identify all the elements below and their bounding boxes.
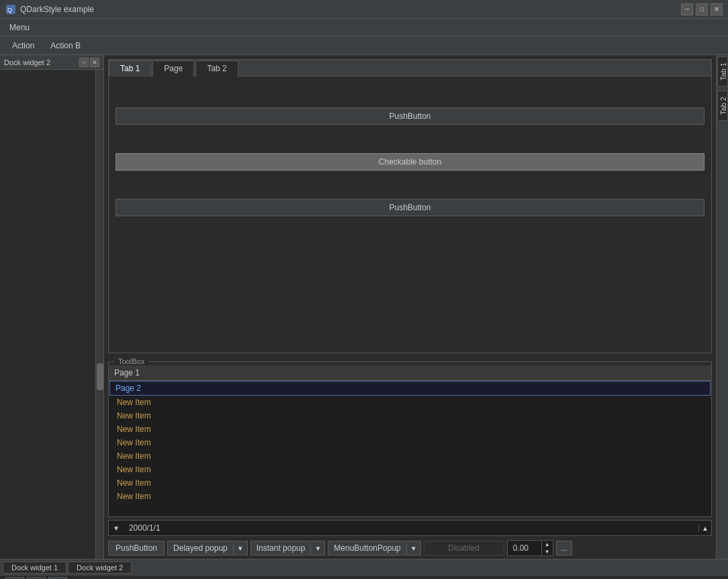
toolbox-page-1[interactable]: Page 1 [109,365,711,381]
push-button-1[interactable]: PushButton [116,107,704,125]
minimize-button[interactable]: ─ [681,3,693,15]
main-layout: Dock widget 2 ○ ✕ Tab 1 Page Tab 2 PushB… [0,55,728,559]
maximize-button[interactable]: □ [696,3,708,15]
list-item[interactable]: New Item [109,449,711,463]
delayed-popup-group: Delayed popup ▼ [167,541,248,555]
list-item[interactable]: New Item [109,396,711,409]
task-icon-note[interactable]: 📝 [48,577,67,580]
action-bar: Action Action B [0,36,728,55]
toolbox-inner: Page 1 Page 2 New Item New Item New Item… [109,365,711,517]
menu-button-popup-arrow-icon[interactable]: ▼ [406,543,420,554]
dock-tab-2[interactable]: Dock widget 2 [68,562,132,574]
dock-title-bar-2: Dock widget 2 ○ ✕ [0,55,103,70]
list-item[interactable]: New Item [109,490,711,503]
central-area: Tab 1 Page Tab 2 PushButton Checkable bu… [104,55,716,559]
bottom-dock-bar: Dock widget 1 Dock widget 2 [0,559,728,575]
dock-scrollbar[interactable] [95,70,103,559]
toolbox-page-2-label: Page 2 [116,384,141,393]
date-value[interactable]: 2000/1/1 [124,522,698,534]
spin-down-button[interactable]: ▼ [542,548,553,555]
list-item[interactable]: New Item [109,409,711,422]
instant-popup-arrow-icon[interactable]: ▼ [310,543,324,554]
tab-widget: Tab 1 Page Tab 2 PushButton Checkable bu… [108,59,712,353]
action-button-b[interactable]: Action B [44,40,87,52]
tab-bar: Tab 1 Page Tab 2 [109,60,711,77]
menu-item-menu[interactable]: Menu [3,21,36,34]
list-item[interactable]: New Item [109,476,711,490]
list-item[interactable]: New Item [109,436,711,449]
svg-text:Q: Q [7,7,12,13]
dock-float-button[interactable]: ○ [79,58,89,67]
tab-content: PushButton Checkable button PushButton [109,77,711,353]
spacer-1 [116,83,704,103]
app-icon: Q [5,4,16,15]
vertical-tab-1[interactable]: Tab 1 ✕ [717,56,728,87]
close-button[interactable]: ✕ [711,3,723,15]
spin-field: 0.00 ▲ ▼ [507,540,553,556]
spin-value[interactable]: 0.00 [508,541,541,555]
toolbox-page-2-active[interactable]: Page 2 [109,381,711,396]
tab-page[interactable]: Page [152,60,194,77]
tab-1[interactable]: Tab 1 [109,60,151,77]
bottom-push-button[interactable]: PushButton [108,541,165,555]
disabled-field: Disabled [424,541,504,555]
toolbox-label: ToolBox [114,357,148,365]
more-button[interactable]: ... [556,541,572,555]
dock-scrollbar-thumb[interactable] [97,363,103,390]
delayed-popup-arrow-icon[interactable]: ▼ [233,543,247,554]
tab-2[interactable]: Tab 2 [195,60,238,77]
task-icon-document[interactable]: 📄 [27,577,46,580]
instant-popup-label[interactable]: Instant popup [251,541,311,555]
title-bar: Q QDarkStyle example ─ □ ✕ [0,0,728,19]
dock-tab-1[interactable]: Dock widget 1 [3,562,66,574]
dock-widget-2-title: Dock widget 2 [4,58,79,66]
spacer-4 [116,220,704,240]
menu-bar: Menu [0,19,728,36]
dock-content [0,70,103,559]
menu-button-popup-label[interactable]: MenuButtonPopup [328,541,406,555]
date-bar: ▼ 2000/1/1 ▲ [108,520,712,536]
list-item[interactable]: New Item [109,422,711,436]
dock-close-button[interactable]: ✕ [90,58,99,67]
instant-popup-group: Instant popup ▼ [251,541,326,555]
task-bar: 🖥 📄 📝 https://github.com/ColinD... [0,575,728,579]
menu-button-popup-group: MenuButtonPopup ▼ [328,541,420,555]
vertical-tab-2[interactable]: Tab 2 ✕ [717,91,728,121]
vtab-1-label: Tab 1 [719,62,727,81]
spin-up-button[interactable]: ▲ [542,541,553,548]
date-spin-up-icon[interactable]: ▲ [698,525,711,532]
toolbox-list: New Item New Item New Item New Item New … [109,396,711,517]
action-button-a[interactable]: Action [5,40,41,52]
checkable-button[interactable]: Checkable button [116,153,704,171]
list-item[interactable]: New Item [109,463,711,476]
dock-widget-2: Dock widget 2 ○ ✕ [0,55,104,559]
task-icon-monitor[interactable]: 🖥 [5,577,24,580]
toolbox-section: ToolBox Page 1 Page 2 New Item New Item … [108,357,712,517]
push-button-2[interactable]: PushButton [116,199,704,216]
spacer-2 [116,129,704,149]
right-tabs: Tab 1 ✕ Tab 2 ✕ [716,55,728,559]
spacer-3 [116,175,704,195]
bottom-toolbar: PushButton Delayed popup ▼ Instant popup… [108,539,712,558]
date-dropdown-icon[interactable]: ▼ [109,523,124,533]
vtab-2-label: Tab 2 [719,97,727,115]
app-title: QDarkStyle example [20,5,681,14]
delayed-popup-label[interactable]: Delayed popup [168,541,233,555]
spin-arrows: ▲ ▼ [541,541,553,555]
